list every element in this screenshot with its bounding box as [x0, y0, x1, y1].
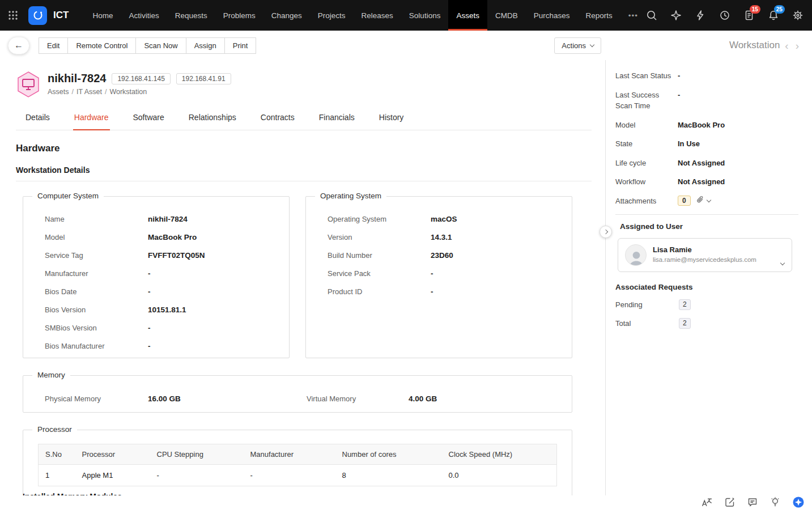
breadcrumb-assets[interactable]: Assets — [48, 88, 69, 96]
field-label: Service Tag — [45, 251, 148, 260]
computer-system-box: Computer System Name nikhil-7824 Model M… — [23, 196, 290, 358]
processor-legend: Processor — [32, 425, 77, 434]
remote-control-button[interactable]: Remote Control — [67, 37, 136, 54]
nav-item-home[interactable]: Home — [84, 0, 121, 31]
processor-table-body: 1 Apple M1 - - 8 0.0 — [39, 464, 557, 486]
table-cell: 8 — [335, 464, 442, 486]
notifications-bell-icon[interactable]: 25 — [768, 10, 779, 21]
search-icon[interactable] — [646, 10, 657, 21]
processor-box: Processor S.No Processor CPU Stepping Ma… — [23, 430, 572, 497]
user-avatar — [625, 244, 647, 266]
print-button[interactable]: Print — [224, 37, 257, 54]
actions-dropdown-button[interactable]: Actions — [554, 37, 601, 54]
chevron-down-icon — [706, 198, 711, 202]
asset-header: nikhil-7824 192.168.41.145 192.168.41.91… — [16, 71, 592, 100]
field-row: Operating System macOS — [306, 210, 572, 228]
content-row: nikhil-7824 192.168.41.145 192.168.41.91… — [0, 60, 812, 509]
history-icon[interactable] — [719, 10, 730, 21]
field-value: 14.3.1 — [431, 233, 452, 241]
zia-assistant-icon[interactable] — [792, 496, 805, 508]
next-record-button[interactable]: › — [794, 40, 801, 51]
tab-details[interactable]: Details — [24, 107, 51, 130]
field-label: Bios Version — [45, 306, 148, 314]
nav-item-assets[interactable]: Assets — [448, 0, 487, 31]
nav-item-projects[interactable]: Projects — [310, 0, 354, 31]
asset-tabs: Details Hardware Software Relationships … — [16, 107, 592, 130]
sidebar-field-label: Model — [615, 120, 678, 131]
ict-logo[interactable] — [28, 6, 47, 25]
settings-gear-icon[interactable] — [792, 10, 804, 21]
nav-item-purchases[interactable]: Purchases — [526, 0, 578, 31]
whats-new-icon[interactable] — [670, 10, 682, 21]
nav-item-problems[interactable]: Problems — [215, 0, 263, 31]
table-header-row: S.No Processor CPU Stepping Manufacturer… — [39, 444, 557, 464]
column-header: Number of cores — [335, 444, 442, 464]
column-header: S.No — [39, 444, 75, 464]
paperclip-icon — [696, 196, 704, 206]
tab-history[interactable]: History — [378, 107, 405, 130]
previous-record-button[interactable]: ‹ — [783, 40, 790, 51]
nav-item-activities[interactable]: Activities — [121, 0, 167, 31]
field-label: Bios Date — [45, 287, 148, 296]
assign-button[interactable]: Assign — [186, 37, 225, 54]
nav-item-changes[interactable]: Changes — [263, 0, 310, 31]
field-label: Model — [45, 233, 148, 241]
field-value: macOS — [431, 215, 457, 223]
ideas-bulb-icon[interactable] — [770, 497, 781, 508]
total-count-badge[interactable]: 2 — [679, 318, 691, 329]
sidebar-field-value: Not Assigned — [678, 158, 725, 169]
quick-actions-icon[interactable] — [695, 10, 706, 21]
breadcrumb-separator: / — [72, 88, 74, 96]
add-attachment-control[interactable] — [696, 196, 711, 206]
chat-icon[interactable] — [747, 497, 758, 508]
app-grid-icon[interactable] — [0, 0, 26, 31]
breadcrumb: Assets / IT Asset / Workstation — [48, 88, 231, 96]
tab-financials[interactable]: Financials — [318, 107, 356, 130]
computer-system-legend: Computer System — [32, 192, 104, 200]
sidebar-divider — [615, 214, 798, 215]
section-title-workstation-details: Workstation Details — [16, 166, 592, 175]
field-label: Product ID — [328, 287, 431, 296]
nav-item-solutions[interactable]: Solutions — [401, 0, 449, 31]
field-row: Version 14.3.1 — [306, 228, 572, 247]
nav-item-releases[interactable]: Releases — [354, 0, 401, 31]
field-label: Manufacturer — [45, 269, 148, 278]
nav-item-reports[interactable]: Reports — [577, 0, 620, 31]
tab-relationships[interactable]: Relationships — [188, 107, 237, 130]
pending-label: Pending — [615, 300, 679, 309]
sidebar-field-label: Life cycle — [615, 158, 678, 169]
approvals-icon[interactable]: 15 — [743, 10, 755, 21]
breadcrumb-it-asset[interactable]: IT Asset — [76, 88, 102, 96]
pending-count-badge[interactable]: 2 — [679, 299, 691, 310]
scan-now-button[interactable]: Scan Now — [135, 37, 186, 54]
back-button[interactable]: ← — [8, 37, 29, 54]
brand-name: ICT — [53, 10, 69, 21]
field-value: nikhil-7824 — [148, 215, 188, 223]
nav-item-more[interactable]: ••• — [620, 0, 646, 31]
approvals-badge: 15 — [750, 5, 760, 14]
nav-item-cmdb[interactable]: CMDB — [487, 0, 526, 31]
tab-contracts[interactable]: Contracts — [260, 107, 296, 130]
field-row: SMBios Version - — [23, 319, 289, 337]
sidebar-collapse-toggle[interactable] — [600, 226, 612, 238]
field-value: 4.00 GB — [409, 395, 437, 403]
tab-hardware[interactable]: Hardware — [73, 107, 110, 130]
field-value: - — [148, 324, 151, 332]
chevron-down-icon — [590, 42, 594, 46]
memory-box: Memory Physical Memory 16.00 GB Virtual … — [23, 375, 572, 413]
assigned-user-card[interactable]: Lisa Ramie lisa.ramie@myservicedeskplus.… — [618, 238, 792, 272]
workstation-asset-icon — [16, 71, 41, 100]
chevron-down-icon[interactable] — [780, 261, 785, 265]
nav-item-requests[interactable]: Requests — [167, 0, 215, 31]
edit-button[interactable]: Edit — [39, 37, 68, 54]
breadcrumb-workstation[interactable]: Workstation — [109, 88, 147, 96]
translate-icon[interactable] — [701, 497, 713, 508]
field-label: Name — [45, 215, 148, 223]
breadcrumb-separator: / — [105, 88, 107, 96]
tab-software[interactable]: Software — [132, 107, 165, 130]
column-header: Clock Speed (MHz) — [442, 444, 557, 464]
feedback-icon[interactable] — [724, 497, 736, 508]
column-header: Processor — [75, 444, 150, 464]
processor-table-wrap: S.No Processor CPU Stepping Manufacturer… — [23, 444, 572, 494]
sidebar-field-row: Last Success Scan Time - — [615, 90, 798, 112]
